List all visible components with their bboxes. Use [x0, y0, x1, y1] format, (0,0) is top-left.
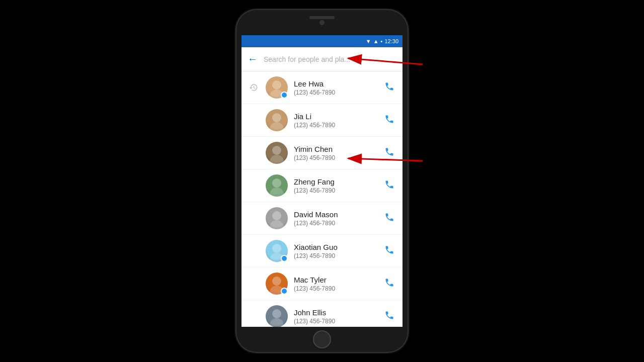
avatar-wrap [266, 273, 288, 295]
call-button[interactable] [382, 308, 396, 325]
contact-phone: (123) 456-7890 [294, 318, 376, 325]
contact-phone: (123) 456-7890 [294, 220, 376, 227]
svg-point-3 [270, 122, 284, 131]
history-icon [248, 81, 260, 94]
status-icons: ▼ ▲ ▪ 12:30 [366, 38, 398, 44]
contacts-list: Lee Hwa(123) 456-7890 Jia Li(123) 456-78… [242, 71, 403, 327]
svg-point-12 [272, 277, 281, 286]
contact-phone: (123) 456-7890 [294, 154, 376, 161]
battery-icon: ▪ [381, 38, 383, 44]
contact-item[interactable]: Xiaotian Guo(123) 456-7890 [242, 235, 403, 267]
contact-item[interactable]: Lee Hwa(123) 456-7890 [242, 71, 403, 104]
avatar-wrap [266, 109, 288, 131]
avatar [266, 305, 288, 327]
avatar [266, 174, 288, 197]
svg-point-9 [270, 220, 284, 229]
search-input[interactable] [264, 55, 396, 63]
contact-name: Yimin Chen [294, 145, 376, 153]
contact-item[interactable]: Jia Li(123) 456-7890 [242, 104, 403, 137]
svg-point-4 [272, 146, 281, 155]
phone-speaker [309, 16, 335, 19]
phone-body: ▼ ▲ ▪ 12:30 ← Lee Hwa(123) 456-7890 Jia … [236, 10, 408, 352]
home-button[interactable] [313, 330, 331, 348]
contact-info: Yimin Chen(123) 456-7890 [294, 145, 376, 161]
online-indicator [281, 288, 288, 295]
contact-info: Lee Hwa(123) 456-7890 [294, 79, 376, 96]
svg-point-14 [272, 309, 281, 318]
contact-name: Mac Tyler [294, 276, 376, 284]
history-icon [248, 147, 260, 159]
history-icon [248, 310, 260, 322]
contact-name: David Mason [294, 210, 376, 219]
status-bar: ▼ ▲ ▪ 12:30 [242, 35, 403, 47]
contact-item[interactable]: Zheng Fang(123) 456-7890 [242, 169, 403, 202]
avatar-wrap [266, 174, 288, 197]
avatar [266, 207, 288, 229]
svg-point-7 [270, 188, 284, 197]
contact-item[interactable]: John Ellis(123) 456-7890 [242, 300, 403, 327]
call-button[interactable] [382, 243, 396, 259]
svg-point-8 [272, 211, 281, 220]
status-time: 12:30 [384, 38, 398, 44]
contact-info: David Mason(123) 456-7890 [294, 210, 376, 227]
contact-info: Xiaotian Guo(123) 456-7890 [294, 243, 376, 259]
contact-name: Zheng Fang [294, 177, 376, 186]
search-bar: ← [242, 47, 403, 71]
avatar-wrap [266, 142, 288, 164]
arabic-annotation-search: هنا البحث [590, 60, 634, 73]
wifi-icon: ▼ [366, 38, 371, 44]
contact-info: John Ellis(123) 456-7890 [294, 308, 376, 325]
history-icon [248, 278, 260, 290]
call-button[interactable] [382, 210, 396, 227]
avatar [266, 109, 288, 131]
call-button[interactable] [382, 276, 396, 292]
svg-point-2 [272, 113, 281, 122]
contact-item[interactable]: Mac Tyler(123) 456-7890 [242, 267, 403, 300]
back-button[interactable]: ← [248, 53, 258, 65]
svg-point-10 [272, 244, 281, 253]
call-button[interactable] [382, 177, 396, 194]
left-panel [0, 0, 186, 362]
contact-phone: (123) 456-7890 [294, 285, 376, 292]
svg-point-5 [270, 155, 284, 164]
phone-camera [319, 20, 325, 25]
svg-point-6 [272, 178, 281, 188]
contact-phone: (123) 456-7890 [294, 122, 376, 129]
contact-item[interactable]: David Mason(123) 456-7890 [242, 202, 403, 235]
phone-bottom [236, 327, 408, 352]
svg-point-15 [270, 318, 284, 327]
contact-phone: (123) 456-7890 [294, 187, 376, 194]
contact-item[interactable]: Yimin Chen(123) 456-7890 [242, 137, 403, 169]
arabic-annotation-phone: رقم هاتف الشخص [553, 156, 639, 169]
contact-info: Zheng Fang(123) 456-7890 [294, 177, 376, 194]
contact-phone: (123) 456-7890 [294, 252, 376, 259]
signal-icon: ▲ [373, 38, 379, 44]
svg-point-0 [272, 80, 281, 89]
history-icon [248, 212, 260, 224]
contact-phone: (123) 456-7890 [294, 89, 376, 96]
call-button[interactable] [382, 79, 396, 96]
contact-name: Lee Hwa [294, 79, 376, 88]
history-icon [248, 179, 260, 192]
phone-top [236, 10, 408, 35]
contact-name: Jia Li [294, 112, 376, 121]
phone-wrapper: ▼ ▲ ▪ 12:30 ← Lee Hwa(123) 456-7890 Jia … [186, 0, 458, 362]
contact-info: Mac Tyler(123) 456-7890 [294, 276, 376, 292]
right-panel: هنا البحث رقم هاتف الشخص [458, 0, 644, 362]
avatar-wrap [266, 240, 288, 262]
call-button[interactable] [382, 112, 396, 129]
contact-name: John Ellis [294, 308, 376, 317]
call-button[interactable] [382, 145, 396, 161]
contact-info: Jia Li(123) 456-7890 [294, 112, 376, 129]
history-icon [248, 245, 260, 257]
history-icon [248, 114, 260, 126]
phone-screen: ▼ ▲ ▪ 12:30 ← Lee Hwa(123) 456-7890 Jia … [242, 35, 403, 327]
avatar-wrap [266, 76, 288, 99]
avatar-wrap [266, 305, 288, 327]
avatar [266, 142, 288, 164]
online-indicator [281, 255, 288, 262]
avatar-wrap [266, 207, 288, 229]
online-indicator [281, 92, 288, 99]
contact-name: Xiaotian Guo [294, 243, 376, 251]
